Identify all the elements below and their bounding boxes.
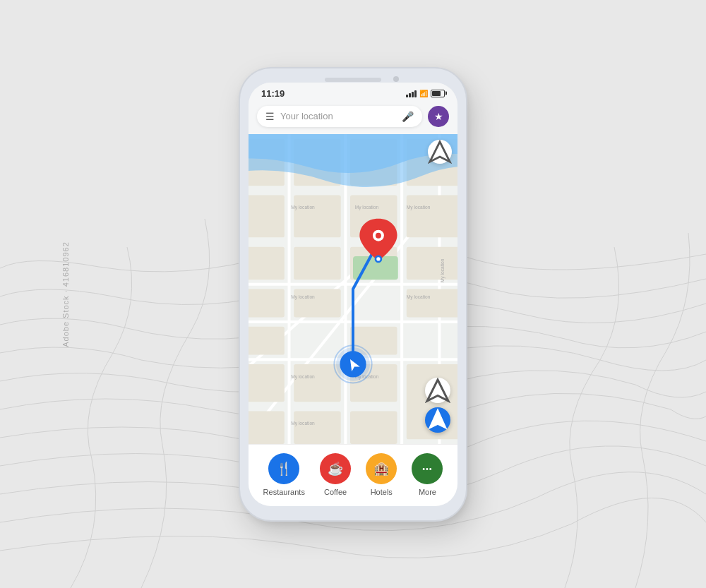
category-coffee[interactable]: ☕ Coffee (320, 453, 351, 496)
svg-rect-29 (294, 364, 341, 401)
search-bar: ☰ Your location 🎤 ★ (249, 102, 457, 134)
more-icon: ••• (412, 453, 443, 484)
phone-speaker (325, 78, 381, 82)
search-placeholder-text: Your location (280, 111, 396, 121)
svg-text:My location: My location (291, 205, 315, 210)
svg-rect-15 (249, 326, 285, 354)
svg-marker-57 (430, 141, 450, 161)
svg-rect-19 (294, 289, 341, 317)
signal-icon (406, 89, 417, 97)
coffee-label: Coffee (324, 488, 347, 496)
category-bar: 🍴 Restaurants ☕ Coffee 🏨 Hotels ••• (249, 444, 457, 506)
svg-text:My location: My location (407, 205, 431, 210)
svg-rect-13 (249, 246, 285, 280)
more-label: More (419, 488, 436, 496)
status-bar: 11:19 📶 (249, 83, 457, 102)
category-more[interactable]: ••• More (412, 453, 443, 496)
route-button[interactable] (425, 407, 450, 433)
status-time: 11:19 (261, 88, 285, 99)
svg-rect-27 (249, 364, 285, 401)
svg-point-56 (376, 257, 380, 260)
svg-rect-30 (294, 411, 341, 444)
hotels-icon: 🏨 (366, 453, 397, 484)
status-icons: 📶 (406, 89, 445, 97)
coffee-icon: ☕ (320, 453, 351, 484)
svg-rect-28 (249, 411, 285, 444)
search-input[interactable]: ☰ Your location 🎤 (257, 106, 422, 127)
mic-icon[interactable]: 🎤 (402, 111, 414, 122)
watermark: Adobe Stock · 416810962 (61, 241, 70, 347)
svg-rect-17 (294, 195, 341, 237)
svg-rect-25 (407, 246, 457, 280)
svg-rect-33 (350, 411, 397, 444)
svg-rect-14 (249, 289, 285, 317)
svg-text:My location: My location (291, 421, 315, 426)
location-button[interactable] (428, 140, 452, 164)
svg-text:My location: My location (407, 294, 431, 299)
phone-screen: 11:19 📶 ☰ Your location 🎤 (249, 83, 457, 506)
svg-text:My location: My location (440, 258, 445, 282)
battery-icon (431, 90, 445, 97)
map-view[interactable]: My location My location My location My l… (249, 134, 457, 444)
restaurants-label: Restaurants (263, 488, 305, 496)
svg-point-54 (376, 232, 381, 238)
svg-text:My location: My location (291, 294, 315, 299)
hotels-label: Hotels (371, 488, 393, 496)
user-avatar[interactable]: ★ (428, 106, 449, 127)
svg-text:My location: My location (355, 205, 379, 210)
wifi-icon: 📶 (419, 90, 428, 97)
svg-rect-26 (407, 289, 457, 317)
svg-marker-58 (427, 380, 448, 401)
restaurants-icon: 🍴 (268, 453, 299, 484)
svg-text:My location: My location (291, 373, 315, 379)
navigate-arrow-button[interactable] (425, 378, 450, 403)
category-hotels[interactable]: 🏨 Hotels (366, 453, 397, 496)
phone-mockup: 11:19 📶 ☰ Your location 🎤 (240, 68, 466, 520)
category-restaurants[interactable]: 🍴 Restaurants (263, 453, 305, 496)
svg-rect-24 (407, 195, 457, 237)
menu-icon: ☰ (265, 112, 275, 121)
svg-rect-18 (294, 246, 341, 280)
svg-rect-12 (249, 195, 285, 237)
phone-camera (393, 76, 399, 82)
